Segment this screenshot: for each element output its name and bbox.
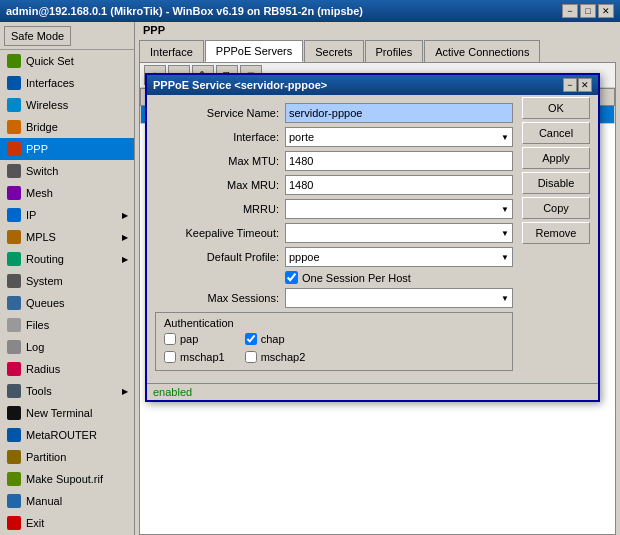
minimize-button[interactable]: − [562,4,578,18]
chap-label: chap [261,333,285,345]
content-area: PPP Interface PPPoE Servers Secrets Prof… [135,22,620,535]
mpls-icon [6,229,22,245]
tab-interface[interactable]: Interface [139,40,204,62]
sidebar-item-tools[interactable]: Tools ▶ [0,380,134,402]
sidebar-label-log: Log [26,341,44,353]
max-sessions-select[interactable]: ▼ [285,288,513,308]
sidebar-item-exit[interactable]: Exit [0,512,134,534]
service-name-row: Service Name: [155,103,513,123]
sidebar-item-routing[interactable]: Routing ▶ [0,248,134,270]
sidebar-item-mpls[interactable]: MPLS ▶ [0,226,134,248]
service-name-input[interactable] [285,103,513,123]
tab-pppoe-servers[interactable]: PPPoE Servers [205,40,303,62]
sidebar-item-supout[interactable]: Make Supout.rif [0,468,134,490]
sidebar-item-ppp[interactable]: PPP [0,138,134,160]
max-sessions-dropdown-icon: ▼ [501,294,509,303]
sidebar-label-ip: IP [26,209,36,221]
ppp-icon [6,141,22,157]
sidebar-label-bridge: Bridge [26,121,58,133]
sidebar-item-radius[interactable]: Radius [0,358,134,380]
tab-secrets[interactable]: Secrets [304,40,363,62]
maximize-button[interactable]: □ [580,4,596,18]
default-profile-label: Default Profile: [155,251,285,263]
mschap1-checkbox[interactable] [164,351,176,363]
safe-mode-button[interactable]: Safe Mode [4,26,71,46]
sidebar-item-ip[interactable]: IP ▶ [0,204,134,226]
interface-select[interactable]: porte ▼ [285,127,513,147]
dialog-titlebar: PPPoE Service <servidor-pppoe> − ✕ [147,75,598,95]
sidebar-label-metarouter: MetaROUTER [26,429,97,441]
dialog-close-button[interactable]: ✕ [578,78,592,92]
sidebar-item-metarouter[interactable]: MetaROUTER [0,424,134,446]
sidebar-item-wireless[interactable]: Wireless [0,94,134,116]
terminal-icon [6,405,22,421]
disable-button[interactable]: Disable [522,172,590,194]
sidebar-label-interfaces: Interfaces [26,77,74,89]
keepalive-dropdown-icon: ▼ [501,229,509,238]
sidebar-item-quickset[interactable]: Quick Set [0,50,134,72]
system-icon [6,273,22,289]
ok-button[interactable]: OK [522,97,590,119]
pap-checkbox[interactable] [164,333,176,345]
sidebar-label-quickset: Quick Set [26,55,74,67]
one-session-checkbox[interactable] [285,271,298,284]
mrru-row: MRRU: ▼ [155,199,513,219]
sidebar-item-mesh[interactable]: Mesh [0,182,134,204]
interface-label: Interface: [155,131,285,143]
sidebar-label-switch: Switch [26,165,58,177]
log-icon [6,339,22,355]
interface-dropdown-icon: ▼ [501,133,509,142]
sidebar-item-queues[interactable]: Queues [0,292,134,314]
apply-button[interactable]: Apply [522,147,590,169]
sidebar-item-files[interactable]: Files [0,314,134,336]
max-mru-input[interactable] [285,175,513,195]
mschap1-label: mschap1 [180,351,225,363]
sidebar-item-manual[interactable]: Manual [0,490,134,512]
sidebar-label-exit: Exit [26,517,44,529]
sidebar-item-switch[interactable]: Switch [0,160,134,182]
chap-checkbox[interactable] [245,333,257,345]
auth-col-right: chap mschap2 [245,333,306,366]
tab-profiles[interactable]: Profiles [365,40,424,62]
close-button[interactable]: ✕ [598,4,614,18]
pap-row: pap [164,333,225,345]
switch-icon [6,163,22,179]
sidebar-label-routing: Routing [26,253,64,265]
sidebar-item-partition[interactable]: Partition [0,446,134,468]
wireless-icon [6,97,22,113]
max-mtu-input[interactable] [285,151,513,171]
mschap2-checkbox[interactable] [245,351,257,363]
mrru-dropdown-icon: ▼ [501,205,509,214]
sidebar-label-terminal: New Terminal [26,407,92,419]
main-layout: Safe Mode Quick Set Interfaces Wireless … [0,22,620,535]
sidebar-item-system[interactable]: System [0,270,134,292]
mrru-select[interactable]: ▼ [285,199,513,219]
max-sessions-label: Max Sessions: [155,292,285,304]
sidebar-item-terminal[interactable]: New Terminal [0,402,134,424]
auth-group-title: Authentication [164,317,504,329]
default-profile-select[interactable]: pppoe ▼ [285,247,513,267]
sidebar-label-files: Files [26,319,49,331]
keepalive-row: Keepalive Timeout: ▼ [155,223,513,243]
ppp-content: + − ✎ ⧉ ▼ Service Name Interface Max MTU… [139,62,616,535]
tab-active-connections[interactable]: Active Connections [424,40,540,62]
title-bar: admin@192.168.0.1 (MikroTik) - WinBox v6… [0,0,620,22]
mschap1-row: mschap1 [164,351,225,363]
pap-label: pap [180,333,198,345]
sidebar-item-bridge[interactable]: Bridge [0,116,134,138]
sidebar-item-interfaces[interactable]: Interfaces [0,72,134,94]
copy-button[interactable]: Copy [522,197,590,219]
sidebar-label-manual: Manual [26,495,62,507]
partition-icon [6,449,22,465]
authentication-group: Authentication pap mschap1 [155,312,513,371]
mpls-arrow: ▶ [122,233,128,242]
dialog-min-button[interactable]: − [563,78,577,92]
remove-button[interactable]: Remove [522,222,590,244]
cancel-button[interactable]: Cancel [522,122,590,144]
sidebar-toolbar: Safe Mode [0,22,134,50]
default-profile-dropdown-icon: ▼ [501,253,509,262]
sidebar-label-tools: Tools [26,385,52,397]
section-label: PPP [135,22,620,38]
sidebar-item-log[interactable]: Log [0,336,134,358]
keepalive-select[interactable]: ▼ [285,223,513,243]
